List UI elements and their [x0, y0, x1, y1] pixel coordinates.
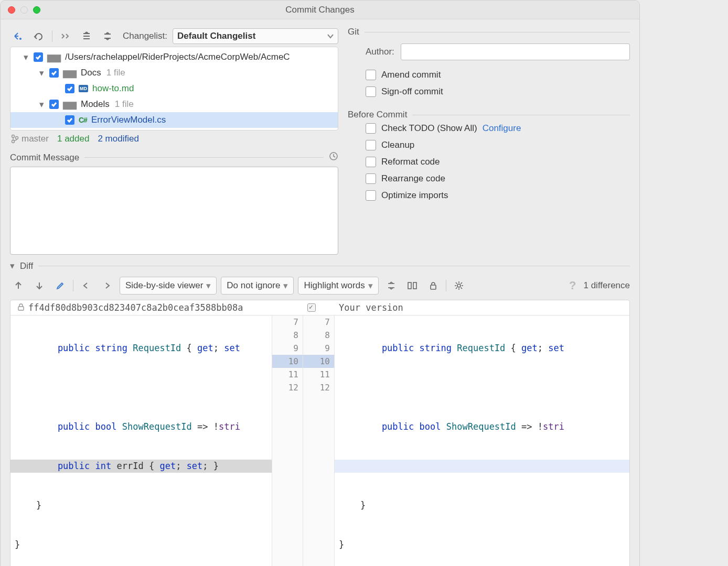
- separator: [52, 30, 52, 42]
- edit-icon[interactable]: [52, 277, 69, 294]
- folder-name: Docs: [81, 68, 101, 78]
- stat-added: 1 added: [57, 134, 89, 144]
- separator: [73, 280, 73, 291]
- dropdown-value: Highlight words: [304, 280, 365, 291]
- changelist-dropdown[interactable]: Default Changelist: [173, 28, 338, 44]
- expand-toggle-icon[interactable]: ▾: [38, 99, 45, 110]
- expand-toggle-icon[interactable]: ▾: [10, 260, 15, 271]
- diff-right-title: Your version: [335, 300, 629, 315]
- section-label: Before Commit: [348, 110, 407, 120]
- section-label: Diff: [20, 261, 33, 271]
- csharp-file-icon: C#: [79, 116, 87, 124]
- checkbox[interactable]: [366, 70, 376, 80]
- tree-file-errorviewmodel[interactable]: C# ErrorViewModel.cs: [10, 112, 338, 128]
- file-name: how-to.md: [92, 83, 134, 94]
- next-diff-icon[interactable]: [31, 277, 48, 294]
- svg-point-0: [19, 38, 22, 40]
- git-options: Amend commit Sign-off commit: [366, 70, 630, 97]
- svg-point-2: [12, 140, 15, 143]
- cleanup-option[interactable]: Cleanup: [366, 140, 630, 150]
- rearrange-code-option[interactable]: Rearrange code: [366, 173, 630, 184]
- folder-icon: ▆▆: [47, 52, 61, 63]
- prev-diff-icon[interactable]: [10, 277, 27, 294]
- rule: [84, 157, 324, 158]
- option-label: Check TODO (Show All): [381, 123, 477, 134]
- help-icon[interactable]: ?: [566, 279, 579, 292]
- option-label: Amend commit: [381, 70, 441, 80]
- tree-folder-docs[interactable]: ▾ ▆▆ Docs 1 file: [10, 65, 338, 81]
- nav-forward-icon[interactable]: [99, 277, 115, 294]
- rollback-icon[interactable]: [10, 28, 26, 44]
- tree-folder-models[interactable]: ▾ ▆▆ Models 1 file: [10, 96, 338, 112]
- history-icon[interactable]: [329, 151, 338, 164]
- settings-icon[interactable]: [451, 277, 467, 294]
- undo-icon[interactable]: [31, 28, 47, 44]
- checkbox[interactable]: [366, 173, 376, 184]
- tree-file-howto[interactable]: MD how-to.md: [10, 81, 338, 96]
- optimize-imports-option[interactable]: Optimize imports: [366, 190, 630, 201]
- option-label: Optimize imports: [381, 190, 448, 201]
- checkbox[interactable]: [65, 115, 74, 125]
- diff-left-pane[interactable]: public string RequestId { get; set publi…: [10, 315, 272, 566]
- checkbox[interactable]: [366, 190, 376, 201]
- commit-message-input[interactable]: [10, 167, 338, 255]
- checkbox[interactable]: [366, 140, 376, 150]
- changes-tree: ▾ ▆▆ /Users/rachelappel/RiderProjects/Ac…: [10, 47, 338, 130]
- nav-back-icon[interactable]: [78, 277, 94, 294]
- svg-point-1: [12, 135, 15, 138]
- include-in-commit-checkbox[interactable]: [307, 303, 316, 312]
- diff-viewer: ff4df80d8b903cd823407c8a2b0ceaf3588bb08a…: [10, 300, 630, 566]
- configure-link[interactable]: Configure: [483, 123, 521, 134]
- stat-modified: 2 modified: [98, 134, 138, 144]
- collapse-unchanged-icon[interactable]: [383, 277, 400, 294]
- diff-left-revision: ff4df80d8b903cd823407c8a2b0ceaf3588bb08a: [28, 302, 243, 313]
- signoff-commit-option[interactable]: Sign-off commit: [366, 86, 630, 97]
- checkbox[interactable]: [65, 84, 74, 93]
- chevron-down-icon: [327, 31, 334, 41]
- highlight-mode-dropdown[interactable]: Highlight words ▾: [298, 277, 378, 295]
- option-label: Reformat code: [381, 157, 440, 167]
- sync-scroll-icon[interactable]: [404, 277, 421, 294]
- more-icon[interactable]: [58, 28, 73, 44]
- diff-right-pane[interactable]: public string RequestId { get; set publi…: [335, 315, 629, 566]
- ignore-mode-dropdown[interactable]: Do not ignore ▾: [221, 277, 294, 295]
- viewer-mode-dropdown[interactable]: Side-by-side viewer ▾: [120, 277, 217, 295]
- branch-indicator[interactable]: master: [11, 134, 49, 144]
- svg-rect-6: [413, 282, 416, 289]
- checkbox[interactable]: [366, 86, 376, 97]
- collapse-all-icon[interactable]: [100, 28, 115, 44]
- reformat-code-option[interactable]: Reformat code: [366, 157, 630, 167]
- branch-name: master: [22, 134, 49, 144]
- checkbox[interactable]: [34, 52, 43, 62]
- before-commit-options: Check TODO (Show All) Configure Cleanup …: [366, 123, 630, 201]
- amend-commit-option[interactable]: Amend commit: [366, 70, 630, 80]
- readonly-lock-icon: [15, 302, 24, 313]
- expand-toggle-icon[interactable]: ▾: [38, 68, 45, 79]
- tree-root[interactable]: ▾ ▆▆ /Users/rachelappel/RiderProjects/Ac…: [10, 49, 338, 65]
- check-todo-option[interactable]: Check TODO (Show All) Configure: [366, 123, 630, 134]
- file-count: 1 file: [106, 68, 125, 78]
- dropdown-value: Side-by-side viewer: [125, 280, 203, 291]
- expand-all-icon[interactable]: [79, 28, 94, 44]
- chevron-down-icon: ▾: [368, 280, 373, 291]
- separator: [446, 280, 446, 291]
- folder-icon: ▆▆: [63, 68, 77, 79]
- expand-toggle-icon[interactable]: ▾: [22, 52, 29, 63]
- checkbox[interactable]: [366, 157, 376, 167]
- tree-root-path: /Users/rachelappel/RiderProjects/AcmeCor…: [65, 52, 290, 62]
- commit-dialog: Commit Changes: [0, 0, 640, 566]
- svg-point-8: [457, 284, 461, 287]
- author-input[interactable]: [401, 43, 630, 60]
- option-label: Sign-off commit: [381, 86, 443, 97]
- lock-icon[interactable]: [425, 277, 442, 294]
- option-label: Rearrange code: [381, 173, 445, 184]
- section-label: Commit Message: [10, 153, 79, 163]
- checkbox[interactable]: [49, 68, 59, 78]
- checkbox[interactable]: [49, 100, 59, 109]
- before-commit-header: Before Commit: [348, 110, 630, 120]
- diff-toolbar: Side-by-side viewer ▾ Do not ignore ▾ Hi…: [10, 271, 630, 300]
- branch-icon: [11, 134, 18, 144]
- changelist-label: Changelist:: [123, 31, 167, 41]
- svg-rect-5: [408, 282, 411, 289]
- checkbox[interactable]: [366, 123, 376, 134]
